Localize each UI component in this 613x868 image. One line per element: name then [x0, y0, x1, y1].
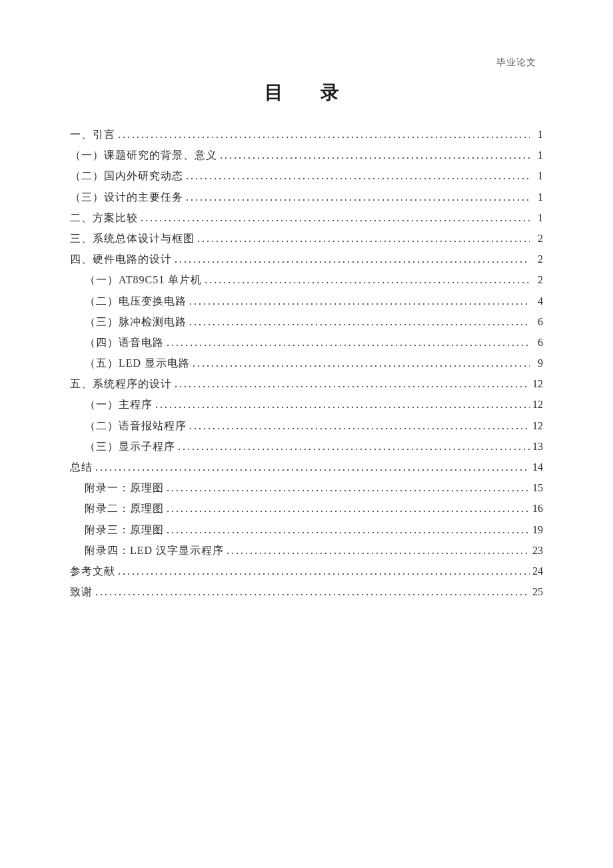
toc-entry-leader: ........................................…	[183, 165, 530, 186]
toc-entry-leader: ........................................…	[93, 457, 530, 477]
toc-entry-page: 12	[530, 415, 543, 436]
toc-entry: （一）AT89C51 单片机..........................…	[70, 269, 543, 290]
toc-entry-label: 一、引言	[70, 124, 115, 145]
toc-entry-leader: ........................................…	[172, 249, 530, 269]
toc-entry-label: 致谢	[70, 581, 93, 602]
toc-entry-page: 25	[530, 581, 543, 602]
toc-entry-page: 2	[530, 269, 543, 290]
toc-entry-leader: ........................................…	[93, 581, 530, 602]
toc-entry-label: 附录四：LED 汉字显示程序	[85, 540, 224, 561]
toc-entry-label: （二）语音报站程序	[85, 415, 187, 436]
toc-entry: 总结......................................…	[70, 457, 543, 477]
toc-entry-label: （四）语音电路	[85, 332, 164, 353]
toc-entry: （一）课题研究的背景、意义...........................…	[70, 145, 543, 165]
toc-entry-page: 1	[530, 124, 543, 145]
toc-entry-leader: ........................................…	[190, 353, 530, 373]
document-page: 毕业论文 目 录 一、引言...........................…	[0, 0, 613, 602]
toc-entry-leader: ........................................…	[153, 394, 530, 415]
toc-entry-page: 15	[530, 477, 543, 498]
toc-entry-leader: ........................................…	[187, 291, 530, 311]
toc-entry: （二）语音报站程序...............................…	[70, 415, 543, 436]
toc-entry-leader: ........................................…	[202, 269, 530, 290]
toc-entry-label: 参考文献	[70, 561, 115, 581]
toc-entry-page: 1	[530, 207, 543, 228]
toc-entry-leader: ........................................…	[224, 540, 530, 561]
toc-entry: （三）脉冲检测电路...............................…	[70, 311, 543, 332]
toc-entry-leader: ........................................…	[164, 498, 530, 519]
toc-entry: 三、系统总体设计与框图.............................…	[70, 228, 543, 249]
toc-entry-leader: ........................................…	[164, 332, 530, 353]
toc-entry: （二）国内外研究动态..............................…	[70, 165, 543, 186]
toc-entry-leader: ........................................…	[115, 124, 530, 145]
toc-entry-label: 附录二：原理图	[85, 498, 164, 519]
toc-entry: （三）设计的主要任务..............................…	[70, 187, 543, 207]
toc-entry: 附录二：原理图.................................…	[70, 498, 543, 519]
toc-entry-label: （二）国内外研究动态	[70, 165, 183, 186]
toc-entry-leader: ........................................…	[115, 561, 530, 581]
toc-entry-leader: ........................................…	[217, 145, 530, 165]
toc-entry-leader: ........................................…	[187, 311, 530, 332]
toc-entry-label: （一）AT89C51 单片机	[85, 269, 202, 290]
toc-entry-page: 2	[530, 249, 543, 269]
toc-entry-label: （一）课题研究的背景、意义	[70, 145, 217, 165]
toc-entry-page: 12	[530, 394, 543, 415]
toc-entry-page: 1	[530, 145, 543, 165]
toc-entry: 二、方案比较..................................…	[70, 207, 543, 228]
toc-entry-leader: ........................................…	[164, 519, 530, 540]
header-label: 毕业论文	[496, 57, 536, 69]
toc-entry: （三）显示子程序................................…	[70, 436, 543, 457]
toc-entry: （四）语音电路.................................…	[70, 332, 543, 353]
toc-entry: 致谢......................................…	[70, 581, 543, 602]
toc-entry: 附录三：原理图.................................…	[70, 519, 543, 540]
toc-entry-page: 6	[530, 311, 543, 332]
toc-entry-page: 1	[530, 165, 543, 186]
toc-entry-label: （三）显示子程序	[85, 436, 175, 457]
toc-entry: （一）主程序..................................…	[70, 394, 543, 415]
toc-entry-page: 1	[530, 187, 543, 207]
toc-entry-label: （五）LED 显示电路	[85, 353, 190, 373]
table-of-contents: 一、引言....................................…	[70, 124, 543, 602]
toc-entry: （二）电压变换电路...............................…	[70, 291, 543, 311]
toc-entry-page: 6	[530, 332, 543, 353]
toc-entry: （五）LED 显示电路.............................…	[70, 353, 543, 373]
toc-entry: 附录四：LED 汉字显示程序..........................…	[70, 540, 543, 561]
page-title: 目 录	[70, 80, 543, 105]
toc-entry-label: （三）设计的主要任务	[70, 187, 183, 207]
toc-entry-label: 附录一：原理图	[85, 477, 164, 498]
toc-entry-page: 12	[530, 373, 543, 394]
toc-entry-label: 四、硬件电路的设计	[70, 249, 172, 269]
toc-entry-page: 23	[530, 540, 543, 561]
toc-entry: 一、引言....................................…	[70, 124, 543, 145]
toc-entry-label: 二、方案比较	[70, 207, 138, 228]
toc-entry-page: 2	[530, 228, 543, 249]
toc-entry-label: 三、系统总体设计与框图	[70, 228, 195, 249]
toc-entry-page: 4	[530, 291, 543, 311]
toc-entry-page: 14	[530, 457, 543, 477]
toc-entry-label: （三）脉冲检测电路	[85, 311, 187, 332]
toc-entry-leader: ........................................…	[164, 477, 530, 498]
toc-entry-page: 19	[530, 519, 543, 540]
toc-entry-page: 24	[530, 561, 543, 581]
toc-entry: 五、系统程序的设计...............................…	[70, 373, 543, 394]
toc-entry-page: 16	[530, 498, 543, 519]
toc-entry-label: （一）主程序	[85, 394, 153, 415]
toc-entry-label: 总结	[70, 457, 93, 477]
toc-entry-page: 13	[530, 436, 543, 457]
toc-entry-label: 附录三：原理图	[85, 519, 164, 540]
toc-entry: 四、硬件电路的设计...............................…	[70, 249, 543, 269]
toc-entry-page: 9	[530, 353, 543, 373]
toc-entry-leader: ........................................…	[138, 207, 530, 228]
toc-entry-label: 五、系统程序的设计	[70, 373, 172, 394]
toc-entry-leader: ........................................…	[172, 373, 530, 394]
toc-entry-leader: ........................................…	[175, 436, 530, 457]
toc-entry-leader: ........................................…	[183, 187, 530, 207]
toc-entry: 附录一：原理图.................................…	[70, 477, 543, 498]
toc-entry: 参考文献....................................…	[70, 561, 543, 581]
toc-entry-leader: ........................................…	[187, 415, 530, 436]
toc-entry-label: （二）电压变换电路	[85, 291, 187, 311]
toc-entry-leader: ........................................…	[195, 228, 530, 249]
